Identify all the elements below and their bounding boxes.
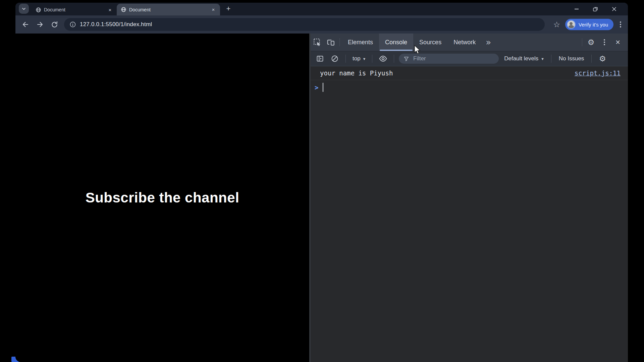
devtools-tab-label: Sources	[419, 39, 441, 46]
eye-icon	[379, 54, 387, 63]
new-tab-button[interactable]: +	[223, 4, 233, 14]
inspect-element-button[interactable]	[311, 34, 324, 51]
back-button[interactable]	[21, 20, 30, 29]
execution-context-selector[interactable]: top ▾	[351, 55, 367, 62]
devtools-panel: Elements Console Sources Network » ⚙ ×	[309, 34, 628, 362]
tab-title: Document	[129, 7, 207, 12]
console-toolbar: top ▾ Default levels ▾	[311, 51, 628, 66]
browser-tab-2-active[interactable]: Document ×	[117, 4, 220, 15]
chevron-down-icon: ▾	[541, 56, 544, 61]
inspect-icon	[313, 38, 322, 47]
separator	[551, 55, 551, 63]
device-toolbar-button[interactable]	[324, 34, 337, 51]
screen: Document × Document × +	[0, 0, 644, 362]
back-icon	[21, 20, 30, 28]
filter-input[interactable]	[413, 55, 494, 62]
chevron-down-icon	[21, 6, 26, 11]
console-output[interactable]: your name is Piyush script.js:11 >	[311, 66, 628, 362]
separator	[394, 55, 394, 63]
devtools-tab-label: Network	[453, 39, 476, 46]
console-prompt-row[interactable]: >	[311, 80, 628, 95]
device-toolbar-icon	[326, 38, 335, 47]
globe-icon	[36, 7, 41, 13]
devtools-tab-bar: Elements Console Sources Network » ⚙ ×	[311, 34, 628, 51]
browser-toolbar: 127.0.0.1:5500/1/index.html ☆ Verify it'…	[15, 15, 628, 34]
console-message-row: your name is Piyush script.js:11	[311, 66, 628, 80]
dot	[620, 26, 621, 27]
gear-icon: ⚙	[599, 55, 606, 63]
console-settings-button[interactable]: ⚙	[596, 53, 608, 64]
log-levels-selector[interactable]: Default levels ▾	[501, 55, 546, 62]
restore-button[interactable]	[590, 4, 600, 14]
reload-icon	[51, 21, 58, 28]
url-text[interactable]: 127.0.0.1:5500/1/index.html	[80, 21, 152, 28]
prompt-chevron-icon: >	[315, 84, 318, 91]
page-heading: Subscribe the channel	[86, 190, 239, 206]
tab-close-icon[interactable]: ×	[107, 6, 113, 13]
browser-menu-button[interactable]	[619, 20, 623, 29]
browser-tab-1[interactable]: Document ×	[32, 4, 117, 15]
minimize-button[interactable]	[572, 4, 582, 14]
content-area: Subscribe the channel Elements Console S…	[15, 34, 628, 362]
separator	[591, 55, 592, 63]
forward-button[interactable]	[35, 20, 45, 29]
avatar	[567, 20, 576, 29]
forward-icon	[36, 20, 44, 28]
web-page: Subscribe the channel	[15, 34, 309, 362]
close-window-button[interactable]	[609, 4, 619, 14]
verify-label: Verify it's you	[579, 22, 608, 27]
console-filter[interactable]	[399, 54, 499, 64]
clear-console-icon	[331, 55, 339, 63]
dot	[620, 21, 621, 23]
verify-profile-button[interactable]: Verify it's you	[565, 19, 613, 30]
kebab-menu-icon	[602, 38, 606, 47]
devtools-tab-network[interactable]: Network	[447, 34, 482, 51]
live-expression-button[interactable]	[377, 53, 389, 64]
filter-funnel-icon	[404, 56, 409, 62]
gear-icon: ⚙	[588, 39, 595, 46]
devtools-close-button[interactable]: ×	[611, 38, 625, 46]
separator	[339, 38, 340, 46]
site-info-icon[interactable]	[69, 21, 76, 28]
clear-console-button[interactable]	[329, 53, 341, 64]
console-sidebar-icon	[316, 55, 324, 63]
separator	[345, 55, 346, 63]
devtools-tab-label: Console	[385, 39, 407, 46]
tab-close-icon[interactable]: ×	[210, 6, 217, 13]
browser-window: Document × Document × +	[15, 3, 628, 362]
context-label: top	[353, 55, 361, 62]
bookmark-star-icon[interactable]: ☆	[553, 21, 560, 28]
levels-label: Default levels	[504, 55, 538, 62]
reload-button[interactable]	[50, 20, 59, 29]
devtools-settings-button[interactable]: ⚙	[584, 39, 598, 46]
separator	[582, 38, 582, 46]
restore-icon	[593, 6, 598, 12]
devtools-tabbar-right: ⚙ ×	[580, 34, 628, 51]
devtools-menu-button[interactable]	[598, 38, 611, 47]
console-source-link[interactable]: script.js:11	[575, 69, 621, 77]
devtools-tab-elements[interactable]: Elements	[342, 34, 379, 51]
tab-title: Document	[44, 7, 104, 12]
more-tabs-button[interactable]: »	[482, 34, 495, 51]
close-icon: ×	[615, 38, 620, 46]
console-sidebar-button[interactable]	[314, 53, 326, 64]
separator	[372, 55, 372, 63]
devtools-tab-label: Elements	[348, 39, 373, 46]
tab-search-button[interactable]	[19, 4, 29, 14]
close-icon	[611, 6, 617, 12]
text-caret	[323, 83, 323, 92]
minimize-icon	[574, 6, 579, 12]
address-bar[interactable]: 127.0.0.1:5500/1/index.html	[64, 18, 545, 31]
chevron-down-icon: ▾	[363, 56, 366, 61]
dot	[620, 24, 621, 25]
tab-strip: Document × Document × +	[15, 3, 628, 15]
issues-counter[interactable]: No Issues	[556, 55, 587, 62]
window-controls	[572, 4, 628, 14]
devtools-tab-sources[interactable]: Sources	[413, 34, 447, 51]
devtools-tab-console[interactable]: Console	[379, 34, 413, 51]
console-message-text: your name is Piyush	[320, 69, 393, 77]
globe-icon	[121, 7, 126, 12]
